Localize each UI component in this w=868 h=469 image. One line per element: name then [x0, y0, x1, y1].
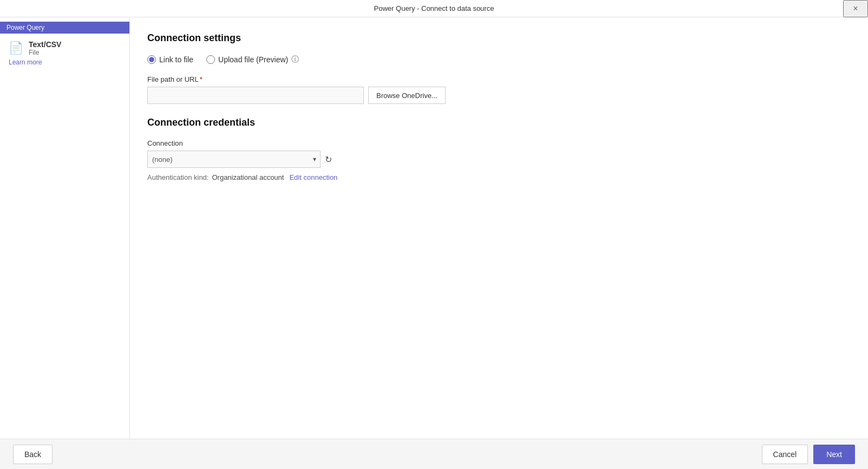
credentials-title: Connection credentials [147, 117, 851, 128]
learn-more-link[interactable]: Learn more [9, 58, 129, 70]
content-area: Connection settings Link to file Upload … [130, 17, 868, 439]
main-layout: Power Query 📄 Text/CSV File Learn more C… [0, 17, 868, 439]
sidebar-header: Power Query [0, 22, 129, 34]
connection-select-wrapper[interactable]: (none) [147, 151, 321, 168]
file-path-label: File path or URL* [147, 75, 851, 83]
link-to-file-label: Link to file [159, 55, 193, 64]
info-icon[interactable]: ⓘ [291, 55, 299, 64]
file-path-field: File path or URL* Browse OneDrive... [147, 75, 851, 104]
window-title: Power Query - Connect to data source [374, 4, 494, 12]
sidebar: Power Query 📄 Text/CSV File Learn more [0, 17, 130, 439]
edit-connection-link[interactable]: Edit connection [289, 173, 337, 181]
title-bar: Power Query - Connect to data source × [0, 0, 868, 17]
sidebar-item-subtitle: File [29, 49, 61, 56]
file-mode-radio-group: Link to file Upload file (Preview) ⓘ [147, 55, 851, 64]
file-path-input[interactable] [147, 87, 364, 104]
connection-select[interactable]: (none) [147, 151, 321, 168]
next-button[interactable]: Next [813, 445, 855, 464]
auth-kind-row: Authentication kind: Organizational acco… [147, 173, 851, 181]
upload-file-radio-label[interactable]: Upload file (Preview) ⓘ [206, 55, 299, 64]
sidebar-item-title: Text/CSV [29, 40, 61, 49]
link-to-file-radio-label[interactable]: Link to file [147, 55, 193, 64]
back-button[interactable]: Back [13, 445, 53, 464]
file-icon: 📄 [9, 41, 23, 55]
browse-onedrive-button[interactable]: Browse OneDrive... [368, 87, 446, 104]
connection-settings-title: Connection settings [147, 32, 851, 44]
cancel-button[interactable]: Cancel [762, 445, 808, 464]
auth-kind-label: Authentication kind: [147, 173, 208, 181]
file-path-row: Browse OneDrive... [147, 87, 851, 104]
credentials-section: Connection credentials Connection (none)… [147, 117, 851, 181]
close-button[interactable]: × [843, 0, 868, 17]
sidebar-item-info: Text/CSV File [29, 40, 61, 56]
refresh-icon[interactable]: ↻ [325, 154, 332, 165]
upload-file-label: Upload file (Preview) [218, 55, 288, 64]
footer-right: Cancel Next [762, 445, 855, 464]
footer-left: Back [13, 445, 53, 464]
footer: Back Cancel Next [0, 439, 868, 469]
auth-kind-value: Organizational account [212, 173, 284, 181]
connection-label: Connection [147, 139, 851, 147]
connection-row: (none) ↻ [147, 151, 851, 168]
link-to-file-radio[interactable] [147, 55, 156, 64]
required-star: * [200, 75, 203, 83]
upload-file-radio[interactable] [206, 55, 215, 64]
